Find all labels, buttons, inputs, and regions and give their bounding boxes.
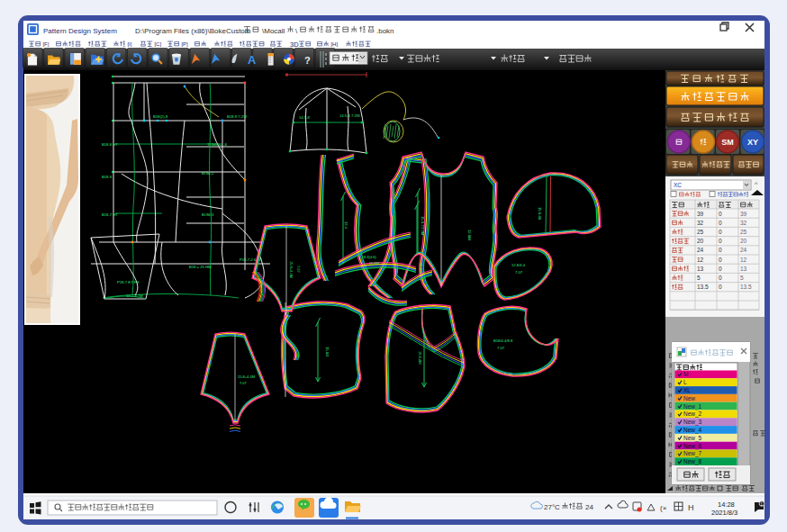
svg-text:.bokn: .bokn (376, 27, 394, 35)
svg-text:B18-9: B18-9 (102, 175, 113, 179)
svg-text:New_6: New_6 (683, 443, 702, 450)
svg-text:24: 24 (740, 247, 747, 253)
svg-text:24: 24 (585, 503, 593, 511)
svg-text:15.8+4.4M: 15.8+4.4M (238, 374, 255, 379)
svg-text:12.4: 12.4 (344, 221, 348, 230)
svg-text:0: 0 (719, 238, 722, 244)
svg-text:5: 5 (697, 275, 701, 281)
svg-text:7.07: 7.07 (240, 381, 248, 385)
svg-text:0: 0 (719, 284, 722, 290)
svg-text:7.07: 7.07 (497, 346, 505, 350)
svg-text:0: 0 (719, 211, 722, 217)
svg-text:\Mocall: \Mocall (262, 27, 285, 35)
svg-text:New_3: New_3 (683, 419, 702, 426)
svg-text:Pattern Design System: Pattern Design System (43, 27, 117, 35)
svg-text:13.5: 13.5 (697, 284, 709, 290)
svg-text:27°C: 27°C (544, 503, 560, 511)
svg-text:13: 13 (697, 266, 704, 272)
svg-text:TOMEBL -8: TOMEBL -8 (207, 142, 228, 147)
svg-text:New_4: New_4 (683, 427, 702, 434)
svg-text:?: ? (304, 55, 311, 66)
svg-text:20: 20 (740, 238, 747, 244)
svg-text:5: 5 (740, 275, 744, 281)
svg-text:New_7: New_7 (683, 450, 702, 457)
svg-text:[C]: [C] (154, 41, 161, 47)
svg-text:7.07: 7.07 (296, 266, 301, 274)
svg-text:[P]: [P] (181, 41, 188, 47)
svg-text:B18(2)-8: B18(2)-8 (153, 114, 168, 119)
svg-text:New_5: New_5 (683, 435, 702, 442)
svg-text:XC: XC (674, 182, 682, 188)
svg-text:P18-7 ET FH: P18-7 ET FH (117, 280, 139, 284)
svg-text:SM: SM (721, 138, 734, 147)
svg-text:B18-9 7.2W: B18-9 7.2W (227, 114, 247, 119)
svg-text:[F]: [F] (42, 41, 49, 47)
svg-text:H: H (688, 503, 694, 512)
svg-text:New_8: New_8 (683, 458, 702, 465)
svg-text:15.8-4M: 15.8-4M (418, 351, 422, 365)
svg-text:BOM-2: BOM-2 (202, 171, 214, 176)
svg-text:39: 39 (740, 211, 747, 217)
svg-text:0: 0 (719, 257, 722, 263)
svg-text:2021/8/3: 2021/8/3 (711, 509, 737, 517)
svg-text:24: 24 (697, 247, 704, 253)
svg-text:39: 39 (697, 211, 704, 217)
svg-text:3D: 3D (290, 41, 299, 49)
svg-text:12: 12 (697, 257, 704, 263)
svg-text:New: New (683, 395, 695, 401)
svg-text:L: L (683, 379, 687, 385)
svg-text:B18-7 HT: B18-7 HT (102, 212, 118, 217)
svg-text:0: 0 (719, 229, 722, 235)
svg-text:15.8-7: 15.8-7 (421, 216, 425, 228)
svg-text:12: 12 (740, 257, 747, 263)
svg-text:25: 25 (697, 229, 704, 235)
svg-text:B18 = 25 HM: B18 = 25 HM (189, 265, 212, 269)
svg-text:12.8M: 12.8M (467, 230, 472, 240)
svg-text:20: 20 (697, 238, 704, 244)
svg-text:7.07: 7.07 (515, 270, 523, 275)
svg-text:12.8/4.4: 12.8/4.4 (511, 263, 526, 267)
svg-text:25: 25 (740, 229, 747, 235)
svg-text:B18/4.4/8.8: B18/4.4/8.8 (493, 338, 513, 343)
svg-text:0: 0 (719, 247, 722, 253)
svg-text:13.5: 13.5 (740, 284, 752, 290)
svg-text:8.3(4.6): 8.3(4.6) (364, 255, 376, 259)
svg-text:14.5-8 7.2W: 14.5-8 7.2W (339, 113, 360, 118)
svg-text:D:\Program Files (x86)\BokeCus: D:\Program Files (x86)\BokeCustom (135, 27, 251, 35)
svg-text:B18-8 HT: B18-8 HT (102, 142, 118, 147)
svg-text:(×: (× (660, 504, 667, 512)
svg-text:M: M (683, 371, 688, 377)
svg-text:14.5-8: 14.5-8 (299, 115, 311, 120)
svg-text:13: 13 (740, 266, 747, 272)
svg-text:0: 0 (719, 220, 722, 226)
svg-text:A: A (248, 53, 256, 67)
svg-text:15.8-88: 15.8-88 (538, 207, 542, 221)
svg-text:[I]: [I] (127, 41, 131, 47)
svg-text:2.4M: 2.4M (421, 227, 425, 236)
svg-text:New_2: New_2 (683, 410, 702, 418)
svg-text:[H]: [H] (330, 41, 338, 47)
svg-text:New_1: New_1 (683, 403, 702, 410)
svg-text:XL: XL (683, 387, 691, 393)
svg-text:15.8M: 15.8M (369, 261, 379, 266)
svg-text:0: 0 (719, 275, 722, 281)
svg-text:BOM-3: BOM-3 (202, 212, 214, 217)
svg-text:32: 32 (740, 220, 747, 226)
svg-text:15.8+4.4M: 15.8+4.4M (289, 261, 294, 278)
svg-text:14.2-8 7M: 14.2-8 7M (126, 293, 143, 298)
svg-text:0: 0 (719, 266, 722, 272)
svg-text:14:28: 14:28 (718, 500, 735, 509)
svg-text:32: 32 (697, 220, 704, 226)
svg-text:15.8/4: 15.8/4 (325, 347, 330, 357)
svg-text:XY: XY (747, 138, 758, 147)
